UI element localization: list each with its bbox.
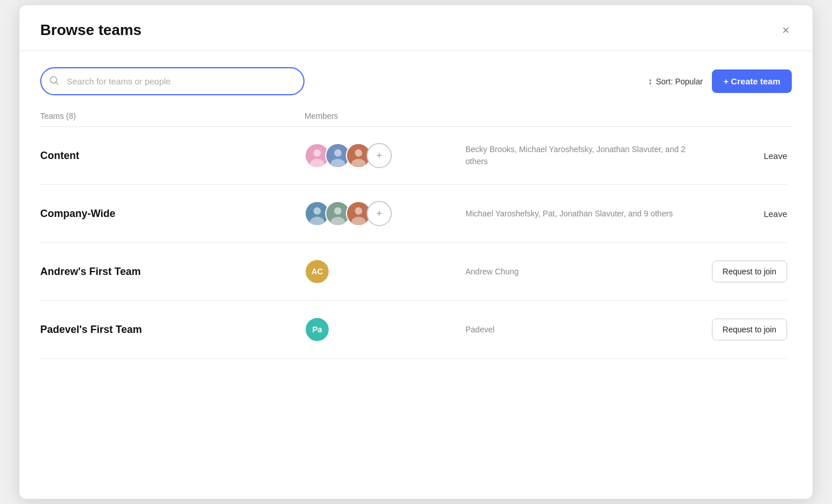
teams-list: Content +Becky Brooks, Michael Yaroshefs… [40, 127, 792, 499]
modal-title: Browse teams [40, 21, 141, 39]
col-action [700, 111, 792, 121]
toolbar-right: ↕ Sort: Popular + Create team [648, 69, 792, 93]
close-button[interactable]: × [780, 22, 792, 39]
team-name: Company-Wide [40, 208, 305, 220]
create-team-label: + Create team [723, 76, 780, 86]
col-members-text [465, 111, 700, 121]
svg-point-3 [314, 149, 321, 157]
avatar: Pa [305, 317, 330, 342]
team-name: Content [40, 150, 305, 162]
table-header: Teams (8) Members [40, 111, 792, 127]
team-avatars: AC [305, 259, 465, 284]
leave-button[interactable]: Leave [764, 209, 787, 219]
modal-body: ↕ Sort: Popular + Create team Teams (8) … [20, 51, 812, 499]
svg-point-6 [334, 149, 342, 157]
svg-point-15 [334, 207, 342, 215]
request-to-join-button[interactable]: Request to join [712, 261, 787, 282]
svg-point-12 [314, 207, 321, 215]
sort-button[interactable]: ↕ Sort: Popular [648, 76, 703, 87]
leave-button[interactable]: Leave [764, 151, 787, 161]
avatar-more-button[interactable]: + [367, 143, 392, 168]
team-members-text: Becky Brooks, Michael Yaroshefsky, Jonat… [465, 144, 695, 168]
team-name: Andrew's First Team [40, 266, 305, 278]
browse-teams-modal: Browse teams × ↕ Sort: Popular [20, 5, 812, 499]
team-row: Padevel's First TeamPaPadevelRequest to … [40, 301, 787, 359]
create-team-button[interactable]: + Create team [712, 69, 792, 93]
modal-header: Browse teams × [20, 5, 812, 51]
col-members: Members [305, 111, 465, 121]
team-members-text: Andrew Chung [465, 266, 695, 278]
team-avatars: + [305, 201, 465, 226]
team-row: Content +Becky Brooks, Michael Yaroshefs… [40, 127, 787, 185]
team-row: Andrew's First TeamACAndrew ChungRequest… [40, 243, 787, 301]
search-input[interactable] [40, 67, 305, 95]
col-teams: Teams (8) [40, 111, 305, 121]
sort-icon: ↕ [648, 76, 652, 87]
close-icon: × [782, 23, 789, 37]
svg-point-18 [355, 207, 363, 215]
request-to-join-button[interactable]: Request to join [712, 319, 787, 340]
team-members-text: Padevel [465, 324, 695, 336]
avatar-more-button[interactable]: + [367, 201, 392, 226]
team-members-text: Michael Yaroshefsky, Pat, Jonathan Slavu… [465, 208, 695, 220]
search-wrapper [40, 67, 305, 95]
team-avatars: Pa [305, 317, 465, 342]
avatar: AC [305, 259, 330, 284]
toolbar: ↕ Sort: Popular + Create team [40, 67, 792, 95]
team-avatars: + [305, 143, 465, 168]
sort-label: Sort: Popular [656, 77, 703, 86]
team-row: Company-Wide +Michael Yaroshefsky, Pat, … [40, 185, 787, 243]
team-name: Padevel's First Team [40, 324, 305, 336]
svg-point-9 [355, 149, 363, 157]
